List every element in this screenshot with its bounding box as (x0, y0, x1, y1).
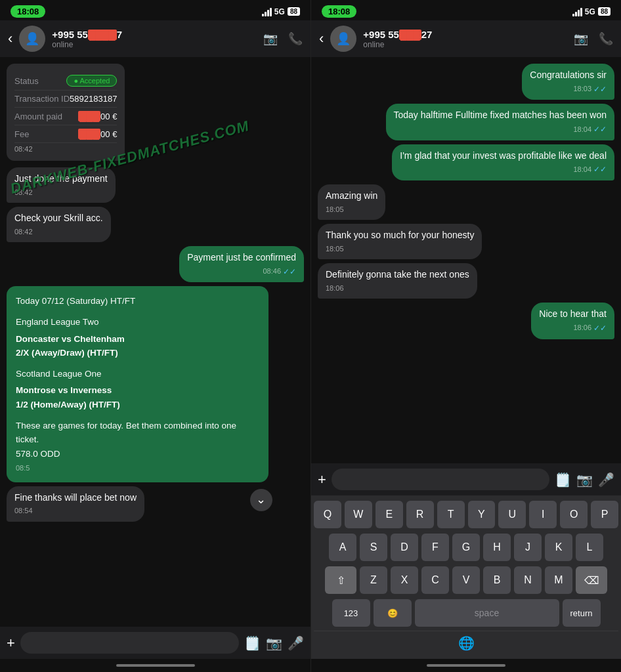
right-tick-0: ✓✓ (593, 84, 607, 95)
right-add-button[interactable]: + (318, 471, 326, 488)
league1: England League Two (16, 315, 259, 329)
key-u[interactable]: U (498, 501, 526, 528)
key-f[interactable]: F (421, 534, 449, 561)
tip1: 2/X (Away/Draw) (HT/FT) (16, 346, 259, 360)
left-status-bar: 18:08 5G 88 (0, 0, 310, 20)
league2: Scotland League One (16, 367, 259, 381)
key-k[interactable]: K (545, 534, 572, 561)
msg-thank-you: Thank you so much for your honesty 18:05 (318, 224, 482, 259)
tip2: 1/2 (Home/Away) (HT/FT) (16, 398, 259, 412)
shift-key[interactable]: ⇧ (325, 566, 356, 594)
right-sticker-icon[interactable]: 🗒️ (555, 472, 571, 488)
status-label: Status (14, 76, 39, 86)
left-contact-name: +995 55████7 (52, 29, 257, 40)
right-tick-2: ✓✓ (593, 164, 607, 175)
left-signal-area: 5G 88 (262, 7, 300, 16)
key-123[interactable]: 123 (332, 599, 370, 627)
key-m[interactable]: M (545, 566, 572, 594)
right-header-actions: 📷 📞 (574, 32, 613, 46)
msg-time-1: 08:42 (14, 188, 108, 198)
right-msg-time-3: 18:05 (326, 205, 377, 215)
key-z[interactable]: Z (360, 566, 387, 594)
key-r[interactable]: R (406, 501, 434, 528)
key-t[interactable]: T (437, 501, 465, 528)
key-d[interactable]: D (391, 534, 418, 561)
key-emoji[interactable]: 😊 (374, 599, 412, 627)
left-5g: 5G (274, 7, 285, 16)
amount-value: ███00 € (78, 111, 117, 121)
key-h[interactable]: H (483, 534, 511, 561)
left-time: 18:08 (11, 5, 45, 18)
left-back-button[interactable]: ‹ (8, 30, 12, 47)
left-sticker-icon[interactable]: 🗒️ (244, 635, 261, 651)
signal-bars (262, 7, 272, 16)
fee-label: Fee (14, 129, 29, 139)
left-chat-input[interactable] (20, 632, 239, 654)
right-input-area: + 🗒️ 📷 🎤 (311, 463, 621, 495)
delete-key[interactable]: ⌫ (576, 566, 607, 594)
key-v[interactable]: V (452, 566, 480, 594)
key-b[interactable]: B (483, 566, 511, 594)
key-j[interactable]: J (514, 534, 542, 561)
key-s[interactable]: S (360, 534, 387, 561)
right-chat-input[interactable] (332, 469, 549, 490)
key-g[interactable]: G (452, 534, 480, 561)
key-w[interactable]: W (345, 501, 372, 528)
key-o[interactable]: O (560, 501, 588, 528)
right-messages-area: Congratulations sir 18:03 ✓✓ Today halft… (311, 57, 621, 463)
right-contact-status: online (363, 40, 567, 49)
key-return[interactable]: return (563, 599, 601, 627)
fee-value: ███00 € (78, 129, 117, 139)
signal-bar-2 (265, 12, 267, 16)
right-signal-bar-4 (580, 8, 582, 16)
right-mic-icon[interactable]: 🎤 (598, 472, 614, 488)
keyboard: Q W E R T Y U I O P A S D F G H J K L ⇧ … (311, 495, 621, 659)
double-tick-1: ✓✓ (283, 266, 296, 278)
phone-icon[interactable]: 📞 (288, 32, 303, 46)
right-contact-info: +995 55███27 online (363, 29, 567, 49)
right-back-button[interactable]: ‹ (319, 30, 324, 47)
key-i[interactable]: I (529, 501, 557, 528)
transaction-card: Status ● Accepted Transaction ID 5892183… (7, 64, 125, 161)
right-status-bar: 18:08 5G 88 (311, 0, 621, 20)
video-call-icon[interactable]: 📷 (263, 32, 278, 46)
key-q[interactable]: Q (314, 501, 341, 528)
key-p[interactable]: P (591, 501, 618, 528)
key-l[interactable]: L (576, 534, 603, 561)
right-camera-icon[interactable]: 📷 (576, 472, 593, 488)
right-phone-icon[interactable]: 📞 (599, 32, 613, 46)
msg-nice-to-hear: Nice to hear that 18:06 ✓✓ (531, 303, 614, 339)
left-chat-header: ‹ 👤 +995 55████7 online 📷 📞 (0, 20, 310, 57)
picks-card: Today 07/12 (Saturday) HT/FT England Lea… (7, 286, 268, 482)
right-signal-bar-3 (578, 10, 580, 16)
right-video-call-icon[interactable]: 📷 (574, 32, 588, 46)
key-c[interactable]: C (421, 566, 449, 594)
picks-footer: These are games for today. Bet them comb… (16, 419, 259, 461)
accepted-badge: ● Accepted (66, 75, 117, 87)
msg-fine-thanks: Fine thanks will place bet now 08:54 (7, 486, 144, 522)
left-add-button[interactable]: + (7, 635, 15, 652)
key-x[interactable]: X (391, 566, 418, 594)
amount-label: Amount paid (14, 112, 62, 121)
right-msg-time-1: 18:04 ✓✓ (394, 124, 607, 135)
right-msg-time-2: 18:04 ✓✓ (400, 164, 607, 175)
key-n[interactable]: N (514, 566, 542, 594)
right-time: 18:08 (322, 5, 356, 18)
left-messages-area: DARKWEB-FIXEDMATCHES.COM Status ● Accept… (0, 57, 310, 627)
key-e[interactable]: E (375, 501, 403, 528)
left-camera-icon[interactable]: 📷 (266, 635, 282, 651)
msg-glad: I'm glad that your invest was profitable… (392, 144, 614, 180)
key-a[interactable]: A (329, 534, 356, 561)
msg-amazing-win: Amazing win 18:05 (318, 184, 385, 220)
left-home-indicator (0, 659, 310, 672)
globe-icon[interactable]: 🌐 (458, 635, 475, 651)
left-mic-icon[interactable]: 🎤 (288, 635, 304, 651)
right-chat-header: ‹ 👤 +995 55███27 online 📷 📞 (311, 20, 621, 57)
key-space[interactable]: space (415, 599, 559, 627)
keyboard-bottom-row: 123 😊 space return (314, 599, 618, 627)
scroll-down-button[interactable]: ⌄ (250, 489, 272, 511)
right-5g: 5G (585, 7, 595, 16)
key-y[interactable]: Y (468, 501, 496, 528)
right-signal-area: 5G 88 (572, 7, 610, 16)
msg-check-skrill: Check your Skrill acc. 08:42 (7, 207, 111, 242)
